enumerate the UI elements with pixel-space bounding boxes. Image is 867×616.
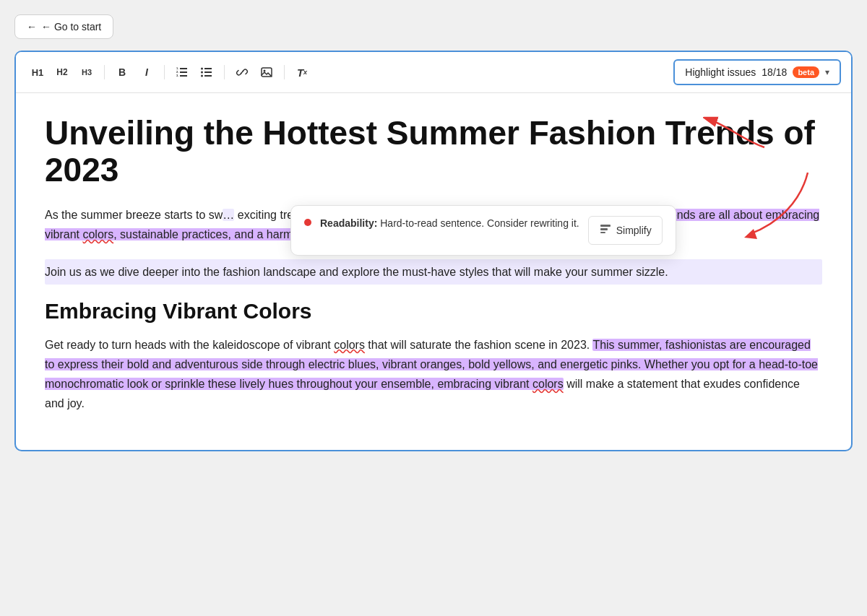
- tooltip-label: Readability:: [320, 217, 377, 229]
- readability-dot: [304, 219, 311, 226]
- simplify-button[interactable]: Simplify: [588, 216, 663, 245]
- highlight-issues-count: 18/18: [762, 66, 787, 78]
- simplify-label: Simplify: [616, 225, 652, 236]
- svg-text:3.: 3.: [176, 74, 178, 77]
- clear-format-button[interactable]: Tx: [290, 61, 314, 84]
- highlight-issues-label: Highlight issues: [685, 66, 756, 78]
- divider-2: [164, 65, 165, 79]
- editor-container: H1 H2 H3 B I 1. 2. 3.: [14, 51, 853, 451]
- underline-colors-1: colors: [82, 228, 113, 240]
- paragraph-3: Get ready to turn heads with the kaleido…: [45, 335, 822, 414]
- section-heading-vibrant-colors: Embracing Vibrant Colors: [45, 299, 822, 324]
- tooltip-text: Readability: Hard-to-read sentence. Cons…: [320, 217, 579, 229]
- go-to-start-button[interactable]: ← ← Go to start: [14, 14, 113, 39]
- svg-point-9: [201, 68, 203, 70]
- ordered-list-button[interactable]: 1. 2. 3.: [171, 61, 194, 84]
- list-group: 1. 2. 3.: [171, 61, 218, 84]
- link-button[interactable]: [230, 61, 254, 84]
- underline-colors-2: colors: [334, 339, 365, 351]
- underline-colors-3: colors: [532, 378, 564, 390]
- divider-1: [104, 65, 105, 79]
- format-group: B I: [111, 61, 158, 84]
- bold-button[interactable]: B: [111, 61, 134, 84]
- chevron-down-icon: ▾: [825, 67, 829, 77]
- editor-content: Unveiling the Hottest Summer Fashion Tre…: [16, 93, 851, 450]
- simplify-icon: [599, 222, 612, 238]
- highlight-1: …: [223, 209, 234, 221]
- tooltip-popup: Readability: Hard-to-read sentence. Cons…: [290, 205, 676, 256]
- h1-button[interactable]: H1: [26, 61, 49, 84]
- tooltip-content: Readability: Hard-to-read sentence. Cons…: [320, 216, 579, 231]
- heading-group: H1 H2 H3: [26, 61, 98, 84]
- highlight-issues-button[interactable]: Highlight issues 18/18 beta ▾: [673, 59, 841, 85]
- insert-group: [230, 61, 278, 84]
- h2-button[interactable]: H2: [51, 61, 74, 84]
- tooltip-message: Hard-to-read sentence. Consider rewritin…: [380, 217, 579, 229]
- divider-3: [224, 65, 225, 79]
- h3-button[interactable]: H3: [75, 61, 98, 84]
- svg-rect-15: [600, 225, 611, 227]
- svg-point-11: [201, 75, 203, 77]
- svg-point-10: [201, 71, 203, 74]
- image-button[interactable]: [255, 61, 278, 84]
- divider-4: [284, 65, 285, 79]
- svg-rect-16: [600, 228, 608, 230]
- svg-rect-17: [600, 232, 605, 233]
- article-title: Unveiling the Hottest Summer Fashion Tre…: [45, 115, 822, 188]
- highlight-3: This summer, fashionistas are encouraged…: [45, 339, 818, 390]
- toolbar: H1 H2 H3 B I 1. 2. 3.: [16, 52, 851, 93]
- italic-button[interactable]: I: [135, 61, 158, 84]
- arrow-left-icon: ←: [27, 21, 37, 32]
- go-to-start-label: ← Go to start: [41, 21, 101, 32]
- unordered-list-button[interactable]: [195, 61, 218, 84]
- beta-badge: beta: [793, 66, 819, 78]
- paragraph-2: Join us as we dive deeper into the fashi…: [45, 259, 822, 285]
